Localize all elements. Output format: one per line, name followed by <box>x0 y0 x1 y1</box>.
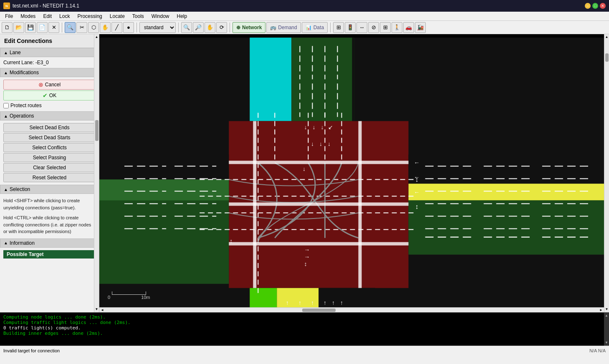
svg-text:↓: ↓ <box>321 124 323 131</box>
svg-rect-29 <box>253 121 256 288</box>
svg-text:←: ← <box>414 189 420 196</box>
demand-tab[interactable]: 🚌Demand <box>266 22 301 33</box>
scale-bar: 0 10m <box>108 291 150 300</box>
select-conflicts-button[interactable]: Select Conflicts <box>3 143 96 152</box>
protect-routes-checkbox[interactable] <box>3 103 9 108</box>
log-scroll-up[interactable]: ▲ <box>606 313 608 319</box>
canvas-scroll-right[interactable]: ► <box>598 308 604 313</box>
scroll-track <box>95 40 99 306</box>
bottom-log: Computing node logics ... done (2ms). Co… <box>0 312 609 346</box>
canvas-scroll-up[interactable]: ▲ <box>605 34 609 40</box>
menu-help[interactable]: Help <box>174 13 191 20</box>
selection-text-2: Hold <CTRL> while clicking to create con… <box>3 213 96 237</box>
svg-rect-30 <box>359 121 362 288</box>
canvas-scroll-down[interactable]: ▼ <box>605 306 609 312</box>
svg-text:→: → <box>304 246 310 253</box>
svg-text:↕: ↕ <box>415 176 419 183</box>
new-button[interactable]: 🗋 <box>2 22 13 33</box>
scroll-up-arrow[interactable]: ▲ <box>95 34 99 40</box>
traffic-light-button[interactable]: 🚦 <box>345 22 356 33</box>
scroll-thumb[interactable] <box>95 120 99 141</box>
svg-text:↕: ↕ <box>304 261 307 267</box>
edge-button[interactable]: ╱ <box>111 22 122 33</box>
zoom-in-button[interactable]: 🔍 <box>181 22 192 33</box>
left-panel-scrollbar[interactable]: ▲ ▼ <box>94 34 99 312</box>
minimize-button[interactable]: – <box>585 3 591 9</box>
menu-processing[interactable]: Processing <box>74 13 105 20</box>
save-as-button[interactable]: 📄 <box>37 22 48 33</box>
modifications-section-header[interactable]: ▲ Modifications <box>0 68 99 77</box>
status-coordinates: N/A N/A <box>589 348 606 353</box>
log-scrollbar[interactable]: ▲ ▼ <box>604 313 609 346</box>
menu-edit[interactable]: Edit <box>40 13 55 20</box>
operations-section-label: Operations <box>10 113 34 119</box>
canvas-scrollbar-right[interactable]: ▲ ▼ <box>604 34 609 312</box>
delete-button[interactable]: ✂ <box>76 22 87 33</box>
maximize-button[interactable]: □ <box>592 3 598 9</box>
cancel-icon: ⊗ <box>38 81 43 88</box>
selection-section-header[interactable]: ▲ Selection <box>0 185 99 194</box>
junction-button[interactable]: ● <box>123 22 134 33</box>
protect-routes-row: Protect routes <box>3 101 96 110</box>
select-dead-starts-button[interactable]: Select Dead Starts <box>3 133 96 142</box>
menu-modes[interactable]: Modes <box>17 13 39 20</box>
data-tab-label: Data <box>313 25 324 30</box>
canvas-scrollbar-bottom[interactable]: ◄ ► <box>99 307 604 312</box>
vehicle-button[interactable]: 🚗 <box>403 22 414 33</box>
svg-text:→: → <box>304 254 310 260</box>
move-button[interactable]: ✋ <box>100 22 111 33</box>
crossing-button[interactable]: ⊞ <box>380 22 391 33</box>
menu-tools[interactable]: Tools <box>129 13 147 20</box>
clear-selected-button[interactable]: Clear Selected <box>3 163 96 172</box>
lane-section-header[interactable]: ▲ Lane <box>0 48 99 57</box>
protect-routes-label: Protect routes <box>10 103 42 108</box>
pan-button[interactable]: ✋ <box>205 22 215 33</box>
cancel-button[interactable]: ⊗ Cancel <box>3 80 96 90</box>
canvas-area[interactable]: ↓ ↓ ↓ ↓ ← ← ← ↕ ↕ ↑ ↑ ↑ ↑ ↑ ↑ <box>99 34 609 312</box>
svg-rect-11 <box>409 184 609 201</box>
cancel-label: Cancel <box>45 82 61 88</box>
save-button[interactable]: 💾 <box>25 22 36 33</box>
network-tab-label: Network <box>242 25 262 30</box>
status-message: Invalid target for connection <box>3 348 60 353</box>
panel-title: Edit Connections <box>0 34 99 48</box>
separator-5 <box>330 23 331 33</box>
close-net-button[interactable]: ✕ <box>48 22 59 33</box>
inspect-button[interactable]: 🔍 <box>65 22 76 33</box>
close-button[interactable]: ✕ <box>600 3 606 9</box>
select-passing-button[interactable]: Select Passing <box>3 153 96 162</box>
select-button[interactable]: ⬡ <box>88 22 99 33</box>
log-line-3: 0 traffic light(s) computed. <box>3 325 606 331</box>
view-mode-select[interactable]: standard wireframe <box>139 22 176 33</box>
menu-lock[interactable]: Lock <box>56 13 73 20</box>
zoom-out-button[interactable]: 🔎 <box>193 22 204 33</box>
operations-section-header[interactable]: ▲ Operations <box>0 111 99 120</box>
svg-text:↑: ↑ <box>323 299 326 306</box>
grid-button[interactable]: ⊞ <box>333 22 344 33</box>
svg-text:↑: ↑ <box>298 299 301 306</box>
information-section-header[interactable]: ▲ Information <box>0 238 99 248</box>
open-button[interactable]: 📂 <box>13 22 24 33</box>
canvas-scroll-left[interactable]: ◄ <box>99 308 105 313</box>
network-tab[interactable]: ⊕Network <box>232 22 265 33</box>
connection-button[interactable]: ↔ <box>356 22 367 33</box>
ok-label: OK <box>49 93 56 98</box>
select-dead-ends-button[interactable]: Select Dead Ends <box>3 123 96 132</box>
walkingareas-button[interactable]: 🚶 <box>392 22 402 33</box>
demand-tab-label: Demand <box>278 25 297 30</box>
svg-text:↕: ↕ <box>230 238 232 244</box>
ok-button[interactable]: ✔ OK <box>3 90 96 100</box>
menu-file[interactable]: File <box>2 13 16 20</box>
information-collapse-icon: ▲ <box>4 241 8 245</box>
log-scroll-down[interactable]: ▼ <box>606 340 608 346</box>
rail-button[interactable]: 🚂 <box>415 22 426 33</box>
data-tab[interactable]: 📊Data <box>302 22 328 33</box>
rotate-button[interactable]: ⟳ <box>216 22 227 33</box>
reset-selected-button[interactable]: Reset Selected <box>3 173 96 182</box>
canvas-scroll-thumb-top[interactable] <box>605 53 609 62</box>
menu-window[interactable]: Window <box>148 13 173 20</box>
menu-locate[interactable]: Locate <box>106 13 128 20</box>
canvas-hscroll-thumb[interactable] <box>302 309 336 312</box>
scroll-down-arrow[interactable]: ▼ <box>95 306 99 312</box>
prohibition-button[interactable]: ⊘ <box>368 22 379 33</box>
